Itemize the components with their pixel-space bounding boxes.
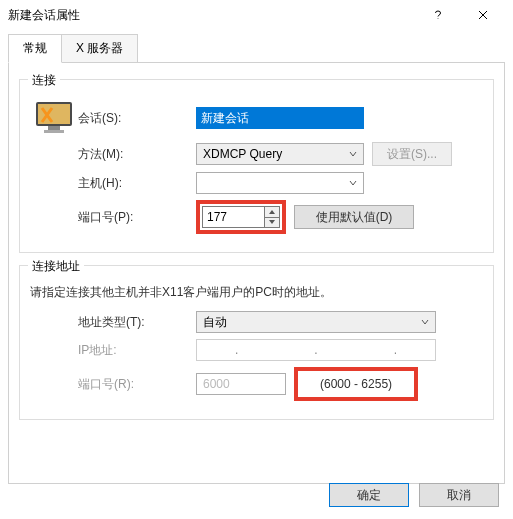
tab-general[interactable]: 常规 — [8, 34, 62, 63]
window-title: 新建会话属性 — [8, 7, 415, 24]
method-select[interactable]: XDMCP Query — [196, 143, 364, 165]
ok-button[interactable]: 确定 — [329, 483, 409, 507]
window-controls — [415, 0, 505, 30]
titlebar: 新建会话属性 — [0, 0, 513, 30]
group-address: 连接地址 请指定连接其他主机并非X11客户端用户的PC时的地址。 地址类型(T)… — [19, 265, 494, 420]
host-label: 主机(H): — [78, 175, 196, 192]
port-r-value: 6000 — [196, 373, 286, 395]
group-address-legend: 连接地址 — [28, 258, 84, 275]
tab-bar: 常规 X 服务器 — [8, 34, 505, 63]
chevron-down-icon — [349, 179, 357, 187]
port-range-text: (6000 - 6255) — [300, 373, 412, 395]
ip-input: ... — [196, 339, 436, 361]
svg-rect-2 — [48, 126, 60, 130]
spin-down-icon[interactable] — [265, 218, 279, 228]
tab-panel: 连接 会话(S): 方法(M): XDMCP Query — [8, 62, 505, 484]
address-description: 请指定连接其他主机并非X11客户端用户的PC时的地址。 — [30, 284, 483, 301]
close-button[interactable] — [460, 0, 505, 30]
port-spinner[interactable] — [202, 206, 280, 228]
ip-label: IP地址: — [78, 342, 196, 359]
host-select[interactable] — [196, 172, 364, 194]
dialog-footer: 确定 取消 — [329, 483, 499, 507]
session-label: 会话(S): — [78, 110, 196, 127]
monitor-icon — [30, 100, 78, 136]
chevron-down-icon — [349, 150, 357, 158]
chevron-down-icon — [421, 318, 429, 326]
port-label: 端口号(P): — [78, 209, 196, 226]
svg-rect-3 — [44, 130, 64, 133]
session-input[interactable] — [196, 107, 364, 129]
port-input[interactable] — [202, 206, 264, 228]
addr-type-select[interactable]: 自动 — [196, 311, 436, 333]
highlight-port-range: (6000 - 6255) — [294, 367, 418, 401]
help-button[interactable] — [415, 0, 460, 30]
default-port-button[interactable]: 使用默认值(D) — [294, 205, 414, 229]
cancel-button[interactable]: 取消 — [419, 483, 499, 507]
settings-button: 设置(S)... — [372, 142, 452, 166]
highlight-port — [196, 200, 286, 234]
addr-type-label: 地址类型(T): — [78, 314, 196, 331]
group-connection-legend: 连接 — [28, 72, 60, 89]
method-label: 方法(M): — [78, 146, 196, 163]
group-connection: 连接 会话(S): 方法(M): XDMCP Query — [19, 79, 494, 253]
spin-up-icon[interactable] — [265, 207, 279, 218]
port-r-label: 端口号(R): — [78, 376, 196, 393]
tab-xserver[interactable]: X 服务器 — [61, 34, 138, 63]
